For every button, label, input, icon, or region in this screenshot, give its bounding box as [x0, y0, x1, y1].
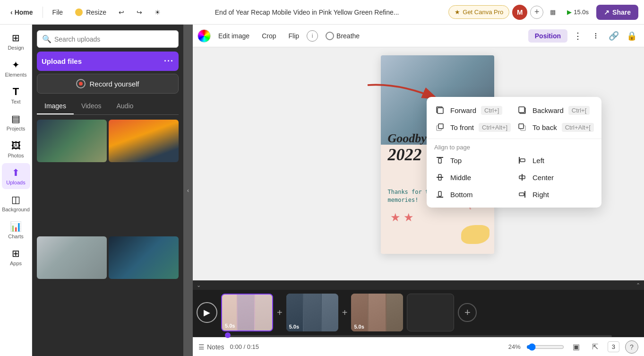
avatar[interactable]: M [512, 5, 527, 20]
search-input[interactable] [54, 35, 173, 43]
bottom-bar: ☰ Notes 0:00 / 0:15 24% ▣ ⇱ 3 ? [193, 337, 644, 356]
svg-rect-8 [519, 124, 524, 129]
sidebar-item-apps[interactable]: ⊞ Apps [2, 244, 30, 270]
tofront-label: To front [450, 123, 474, 131]
forward-icon [434, 104, 446, 116]
align-top-left-row: Top Left [427, 152, 601, 169]
home-button[interactable]: ‹ Home [6, 6, 38, 19]
image-thumb-1[interactable] [37, 120, 107, 162]
preview-button[interactable]: ▶ 15.0s [562, 6, 593, 18]
uploads-icon: ⬆ [10, 167, 22, 178]
position-button[interactable]: Position [528, 29, 567, 43]
sidebar-item-uploads[interactable]: ⬆ Uploads [2, 163, 30, 189]
timeline-clip-1[interactable]: 5.0s [221, 294, 273, 331]
timeline-expand-icon[interactable]: ⌄ [197, 282, 201, 288]
zoom-slider[interactable] [526, 343, 564, 351]
timeline-collapse-icon[interactable]: ⌃ [636, 282, 640, 288]
sidebar-label-charts: Charts [8, 234, 23, 239]
sidebar-label-uploads: Uploads [6, 180, 25, 185]
align-center-item[interactable]: Center [516, 172, 594, 183]
tab-videos[interactable]: Videos [74, 98, 109, 114]
photos-icon: 🖼 [10, 140, 22, 151]
image-thumb-3[interactable] [37, 236, 107, 279]
forward-backward-row: Forward Ctrl+] Backward Ctrl+[ [427, 102, 601, 119]
more-options-icon: ··· [164, 56, 174, 66]
forward-shortcut: Ctrl+] [481, 106, 502, 115]
fit-screen-button[interactable]: ▣ [570, 340, 583, 354]
help-button[interactable]: ? [625, 340, 638, 354]
align-middle-center-row: Middle Center [427, 169, 601, 186]
timeline-clip-3[interactable]: 5.0s [351, 294, 403, 331]
sidebar-label-background: Background [2, 207, 30, 212]
crop-button[interactable]: Crop [257, 29, 281, 43]
sidebar-item-background[interactable]: ◫ Background [2, 190, 30, 216]
file-button[interactable]: File [48, 6, 68, 19]
resize-button[interactable]: Resize [70, 6, 111, 19]
align-section-label: Align to page [427, 142, 601, 152]
align-middle-item[interactable]: Middle [434, 172, 512, 183]
grid-icon-button[interactable]: ⁝ [588, 28, 603, 43]
image-thumb-2[interactable] [109, 120, 179, 162]
lock-icon-button[interactable]: 🔒 [624, 28, 639, 43]
toback-item[interactable]: To back Ctrl+Alt+[ [516, 122, 594, 133]
image-thumb-4[interactable] [109, 236, 179, 279]
link-icon-button[interactable]: 🔗 [606, 28, 621, 43]
text-icon: T [10, 86, 22, 97]
sidebar-item-charts[interactable]: 📊 Charts [2, 217, 30, 243]
record-yourself-button[interactable]: Record yourself [37, 74, 179, 94]
sidebar-item-design[interactable]: ⊞ Design [2, 28, 30, 54]
align-bottom-item[interactable]: Bottom [434, 189, 512, 200]
timeline-playhead[interactable] [225, 332, 231, 338]
add-collaborator-button[interactable]: + [530, 6, 543, 19]
backward-icon [516, 104, 528, 116]
upload-files-button[interactable]: Upload files ··· [37, 52, 179, 71]
fullscreen-button[interactable]: ⇱ [589, 340, 602, 354]
add-clip-button[interactable]: + [458, 303, 477, 322]
notes-button[interactable]: ☰ Notes [198, 343, 224, 351]
backward-item[interactable]: Backward Ctrl+[ [516, 104, 594, 116]
align-icon-button[interactable]: ⋮ [570, 28, 585, 43]
tab-audio[interactable]: Audio [109, 98, 141, 114]
align-right-item[interactable]: Right [516, 189, 594, 200]
clip-1-label: 5.0s [225, 323, 235, 329]
align-bottom-right-row: Bottom Right [427, 186, 601, 203]
tofront-item[interactable]: To front Ctrl+Alt+] [434, 122, 512, 133]
sidebar-item-elements[interactable]: ✦ Elements [2, 55, 30, 81]
redo-button[interactable]: ↪ [132, 6, 147, 19]
timeline-clip-2[interactable]: 5.0s [286, 294, 338, 331]
sidebar-item-text[interactable]: T Text [2, 82, 30, 108]
svg-rect-2 [438, 108, 443, 113]
align-bottom-label: Bottom [450, 191, 473, 199]
timeline-play-button[interactable]: ▶ [197, 302, 217, 323]
elements-icon: ✦ [10, 59, 22, 70]
edit-image-button[interactable]: Edit image [214, 29, 254, 43]
icon-sidebar: ⊞ Design ✦ Elements T Text ▤ Projects 🖼 … [0, 25, 32, 356]
tab-images[interactable]: Images [37, 98, 74, 114]
forward-item[interactable]: Forward Ctrl+] [434, 104, 512, 116]
toback-icon [516, 122, 528, 133]
flip-button[interactable]: Flip [284, 29, 304, 43]
sidebar-item-photos[interactable]: 🖼 Photos [2, 136, 30, 162]
timeline-content: ▶ 5.0s + [193, 290, 644, 335]
collapse-panel-button[interactable]: ‹ [183, 25, 193, 356]
canva-pro-button[interactable]: ★ Get Canva Pro [448, 5, 509, 19]
card-stars: ★ ★ [390, 211, 414, 224]
undo-button[interactable]: ↩ [114, 6, 129, 19]
sidebar-item-projects[interactable]: ▤ Projects [2, 109, 30, 135]
align-top-item[interactable]: Top [434, 155, 512, 166]
cloud-save-button[interactable]: ☀ [150, 6, 165, 19]
info-icon[interactable]: i [307, 30, 318, 42]
svg-rect-10 [438, 158, 441, 163]
align-center-label: Center [532, 174, 554, 182]
share-button[interactable]: ↗ Share [596, 5, 638, 20]
play-icon: ▶ [567, 9, 572, 16]
analytics-button[interactable]: ▩ [546, 6, 559, 18]
uploads-tabs: Images Videos Audio [37, 98, 179, 115]
position-dropdown-menu: Forward Ctrl+] Backward Ctrl+[ [427, 97, 601, 208]
canvas-content[interactable]: Goodbye, 2022 Thanks for thememories! ★ … [193, 47, 644, 280]
breathe-button[interactable]: Breathe [321, 29, 364, 43]
timeline-top-bar: ⌄ ⌃ [193, 280, 644, 290]
align-left-item[interactable]: Left [516, 155, 594, 166]
timeline-empty-slot [407, 294, 454, 331]
color-swatch[interactable] [197, 29, 211, 43]
